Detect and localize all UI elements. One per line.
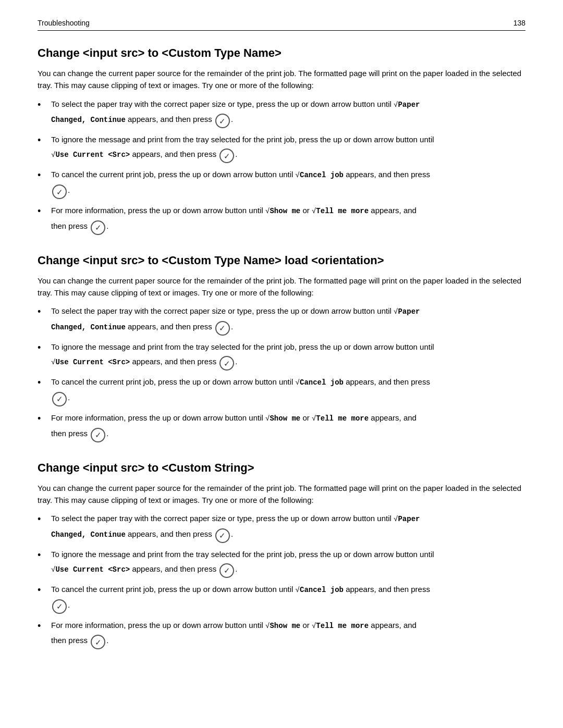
bullet-dot: • bbox=[38, 134, 47, 146]
section-2-bullets: • To select the paper tray with the corr… bbox=[38, 305, 525, 442]
bullet-dot: • bbox=[38, 549, 47, 561]
bullet-dot: • bbox=[38, 584, 47, 596]
list-item: • To ignore the message and print from t… bbox=[38, 133, 525, 163]
check-button-icon bbox=[219, 149, 234, 163]
code-block: √Use Current <Src> appears, and then pre… bbox=[51, 147, 525, 162]
header-page-number: 138 bbox=[513, 19, 525, 27]
section-1-bullets: • To select the paper tray with the corr… bbox=[38, 98, 525, 235]
bullet-dot: • bbox=[38, 413, 47, 425]
code-text: √Cancel job bbox=[296, 586, 344, 594]
code-text: √Show me bbox=[265, 207, 300, 215]
bullet-dot: • bbox=[38, 513, 47, 525]
list-item: • To select the paper tray with the corr… bbox=[38, 512, 525, 543]
section-3-body: You can change the current paper source … bbox=[38, 482, 525, 507]
check-button-icon bbox=[215, 321, 230, 336]
page: Troubleshooting 138 Change <input src> t… bbox=[0, 0, 563, 728]
bullet-dot: • bbox=[38, 169, 47, 181]
code-text: √Use Current <Src> bbox=[51, 565, 130, 574]
code-text: √Show me bbox=[265, 622, 300, 630]
list-item: • To ignore the message and print from t… bbox=[38, 548, 525, 578]
list-item: • To cancel the current print job, press… bbox=[38, 376, 525, 406]
code-text: √Paper bbox=[394, 515, 420, 523]
section-3-title: Change <input src> to <Custom String> bbox=[38, 461, 525, 475]
code-text: Changed, Continue bbox=[51, 530, 126, 539]
code-text: √Paper bbox=[394, 307, 420, 316]
code-text: √Paper bbox=[394, 101, 420, 109]
section-2-body: You can change the current paper source … bbox=[38, 275, 525, 299]
bullet-dot: • bbox=[38, 620, 47, 632]
check-button-icon bbox=[52, 392, 67, 406]
code-block: √Use Current <Src> appears, and then pre… bbox=[51, 562, 525, 577]
list-item: • To select the paper tray with the corr… bbox=[38, 305, 525, 336]
code-text: √Show me bbox=[265, 414, 300, 423]
bullet-dot: • bbox=[38, 342, 47, 354]
check-block: . bbox=[51, 598, 525, 613]
check-block: . bbox=[51, 183, 525, 198]
list-item: • For more information, press the up or … bbox=[38, 619, 525, 650]
bullet-dot: • bbox=[38, 377, 47, 389]
bullet-content: To select the paper tray with the correc… bbox=[51, 305, 525, 336]
check-button-icon bbox=[52, 184, 67, 199]
list-item: • To select the paper tray with the corr… bbox=[38, 98, 525, 129]
code-block: Changed, Continue appears, and then pres… bbox=[51, 527, 525, 542]
section-1: Change <input src> to <Custom Type Name>… bbox=[38, 46, 525, 235]
code-block: Changed, Continue appears, and then pres… bbox=[51, 113, 525, 127]
bullet-content: To cancel the current print job, press t… bbox=[51, 376, 525, 406]
bullet-dot: • bbox=[38, 205, 47, 217]
check-button-icon bbox=[215, 114, 230, 128]
list-item: • For more information, press the up or … bbox=[38, 412, 525, 442]
check-button-icon bbox=[91, 635, 105, 649]
code-text: √Tell me more bbox=[312, 622, 369, 630]
check-block: . bbox=[51, 391, 525, 405]
code-text: √Tell me more bbox=[312, 414, 369, 423]
page-header: Troubleshooting 138 bbox=[38, 19, 525, 31]
bullet-content: To cancel the current print job, press t… bbox=[51, 583, 525, 614]
section-1-body: You can change the current paper source … bbox=[38, 67, 525, 92]
bullet-content: To select the paper tray with the correc… bbox=[51, 98, 525, 129]
bullet-content: To ignore the message and print from the… bbox=[51, 548, 525, 578]
code-block: √Use Current <Src> appears, and then pre… bbox=[51, 355, 525, 369]
code-text: √Cancel job bbox=[296, 171, 344, 179]
list-item: • To ignore the message and print from t… bbox=[38, 341, 525, 371]
check-button-icon bbox=[91, 428, 105, 442]
bullet-content: For more information, press the up or do… bbox=[51, 204, 525, 235]
header-title: Troubleshooting bbox=[38, 19, 90, 27]
bullet-dot: • bbox=[38, 99, 47, 111]
list-item: • For more information, press the up or … bbox=[38, 204, 525, 235]
check-button-icon bbox=[91, 220, 105, 235]
section-3-bullets: • To select the paper tray with the corr… bbox=[38, 512, 525, 649]
section-3: Change <input src> to <Custom String> Yo… bbox=[38, 461, 525, 650]
list-item: • To cancel the current print job, press… bbox=[38, 168, 525, 199]
check-button-icon bbox=[52, 599, 67, 614]
bullet-dot: • bbox=[38, 306, 47, 318]
code-text: Changed, Continue bbox=[51, 323, 126, 331]
section-1-title: Change <input src> to <Custom Type Name> bbox=[38, 46, 525, 60]
code-block: Changed, Continue appears, and then pres… bbox=[51, 320, 525, 335]
code-text: √Use Current <Src> bbox=[51, 151, 130, 159]
then-press-block: then press . bbox=[51, 634, 525, 648]
bullet-content: For more information, press the up or do… bbox=[51, 619, 525, 650]
check-button-icon bbox=[219, 356, 234, 371]
bullet-content: To cancel the current print job, press t… bbox=[51, 168, 525, 199]
list-item: • To cancel the current print job, press… bbox=[38, 583, 525, 614]
then-press-block: then press . bbox=[51, 219, 525, 234]
section-2-title: Change <input src> to <Custom Type Name>… bbox=[38, 254, 525, 267]
bullet-content: To select the paper tray with the correc… bbox=[51, 512, 525, 543]
check-button-icon bbox=[215, 528, 230, 543]
bullet-content: To ignore the message and print from the… bbox=[51, 133, 525, 163]
code-text: √Cancel job bbox=[296, 378, 344, 387]
code-text: √Tell me more bbox=[312, 207, 369, 215]
then-press-block: then press . bbox=[51, 427, 525, 441]
section-2: Change <input src> to <Custom Type Name>… bbox=[38, 254, 525, 442]
bullet-content: For more information, press the up or do… bbox=[51, 412, 525, 442]
code-text: Changed, Continue bbox=[51, 116, 126, 124]
check-button-icon bbox=[219, 563, 234, 578]
code-text: √Use Current <Src> bbox=[51, 358, 130, 366]
bullet-content: To ignore the message and print from the… bbox=[51, 341, 525, 371]
